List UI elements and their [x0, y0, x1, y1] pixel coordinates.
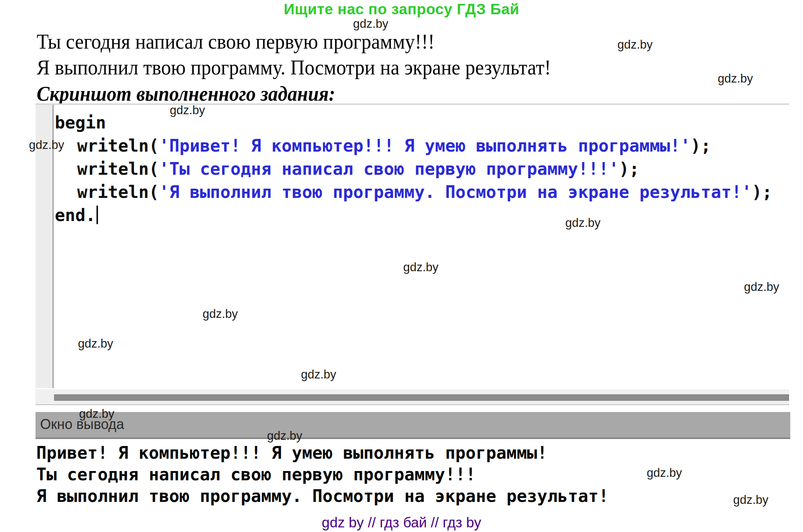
horizontal-scrollbar[interactable] — [36, 389, 789, 404]
writeln-call: writeln( — [77, 136, 159, 155]
code-line: end. — [55, 204, 772, 227]
watermark: gdz.by — [78, 337, 113, 351]
watermark: gdz.by — [29, 138, 64, 152]
writeln-call: writeln( — [77, 182, 159, 202]
watermark: gdz.by — [267, 429, 302, 443]
output-window-content: Привет! Я компьютер!!! Я умею выполнять … — [36, 442, 609, 507]
footer-keywords: gdz by // гдз бай // гдз by — [0, 515, 803, 531]
string-literal: 'Я выполнил твою программу. Посмотри на … — [159, 182, 752, 202]
watermark: gdz.by — [203, 307, 238, 321]
watermark: gdz.by — [617, 38, 653, 52]
code-line: writeln('Я выполнил твою программу. Посм… — [55, 181, 772, 204]
string-literal: 'Привет! Я компьютер!!! Я умею выполнять… — [159, 136, 691, 155]
text-caret-icon — [96, 206, 98, 224]
code-editor-panel: begin writeln('Привет! Я компьютер!!! Я … — [36, 103, 789, 405]
output-line: Ты сегодня написал свою первую программу… — [36, 464, 609, 485]
code-editor[interactable]: begin writeln('Привет! Я компьютер!!! Я … — [55, 111, 772, 227]
code-line: writeln('Привет! Я компьютер!!! Я умею в… — [55, 134, 772, 157]
code-line: writeln('Ты сегодня написал свою первую … — [55, 157, 772, 181]
horizontal-scrollbar-thumb[interactable] — [54, 394, 789, 401]
watermark: gdz.by — [744, 280, 779, 294]
promo-banner: Ищите нас по запросу ГДЗ Бай — [0, 1, 803, 18]
output-window-title: Окно вывода — [36, 412, 790, 437]
code-line: begin — [55, 111, 772, 134]
statement-end: ); — [690, 136, 711, 155]
output-window-titlebar: Окно вывода — [36, 412, 790, 439]
watermark: gdz.by — [718, 72, 753, 86]
statement-end: ); — [752, 182, 772, 202]
watermark: gdz.by — [647, 466, 682, 480]
output-line: Привет! Я компьютер!!! Я умею выполнять … — [36, 442, 609, 464]
page: Ищите нас по запросу ГДЗ Бай Ты сегодня … — [0, 0, 803, 532]
keyword-end: end. — [55, 205, 96, 225]
watermark: gdz.by — [79, 407, 114, 421]
string-literal: 'Ты сегодня написал свою первую программ… — [159, 159, 619, 179]
intro-line-1: Ты сегодня написал свою первую программу… — [37, 29, 434, 54]
watermark: gdz.by — [403, 260, 438, 274]
watermark: gdz.by — [170, 103, 205, 117]
watermark: gdz.by — [353, 17, 388, 31]
watermark: gdz.by — [301, 368, 336, 382]
keyword-begin: begin — [55, 113, 106, 132]
writeln-call: writeln( — [77, 159, 159, 179]
output-line: Я выполнил твою программу. Посмотри на э… — [36, 485, 609, 507]
watermark: gdz.by — [565, 216, 600, 230]
statement-end: ); — [619, 159, 639, 179]
watermark: gdz.by — [733, 493, 768, 507]
intro-line-2: Я выполнил твою программу. Посмотри на э… — [37, 55, 551, 79]
screenshot-caption: Скриншот выполненного задания: — [37, 82, 335, 106]
